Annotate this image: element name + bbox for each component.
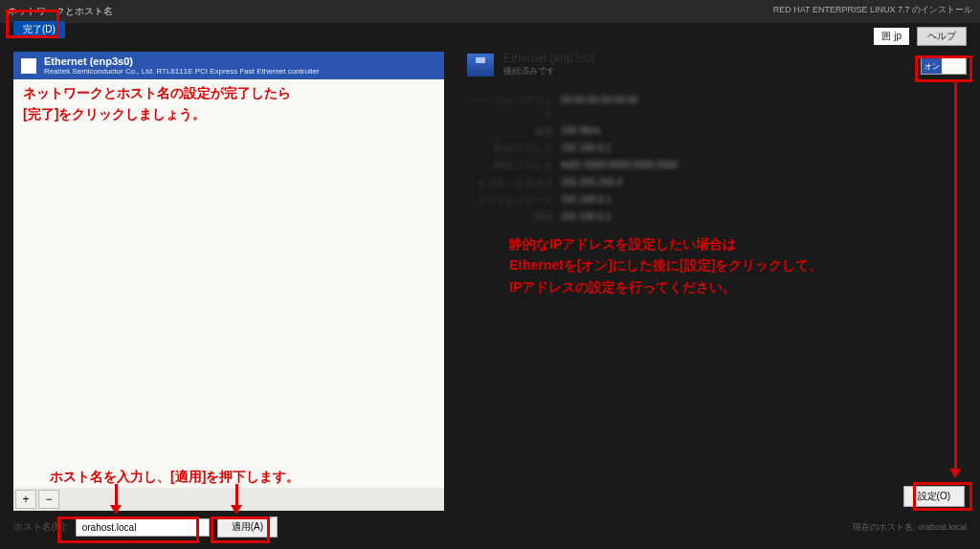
interface-list-panel: Ethernet (enp3s0) Realtek Semiconductor … (13, 52, 444, 511)
speed-label: 速度 (467, 125, 553, 139)
breadcrumb: ネットワークとホスト名 (8, 5, 113, 18)
product-label: RED HAT ENTERPRISE LINUX 7.7 のインストール (773, 4, 972, 16)
route-value: 192.168.0.1 (561, 194, 612, 208)
ethernet-icon (21, 58, 36, 74)
done-button[interactable]: 完了(D) (13, 21, 65, 38)
interface-title: Ethernet (enp3s0) (44, 55, 320, 67)
ipv4-label: IPv4 アドレス (467, 143, 553, 156)
interface-subtitle: Realtek Semiconductor Co., Ltd. RTL8111E… (44, 67, 320, 76)
annotation-arrow-toggle (954, 82, 957, 469)
ipv6-value: fe80::0000:0000:0000:0000 (561, 160, 678, 173)
subnet-label: サブネットマスク (467, 177, 553, 190)
ipv6-label: IPv6 アドレス (467, 160, 553, 173)
device-icon (467, 54, 494, 77)
dns-label: DNS (467, 211, 553, 222)
apply-button[interactable]: 適用(A) (217, 516, 278, 538)
current-hostname-label: 現在のホスト名: (853, 522, 916, 532)
dns-value: 192.168.0.1 (561, 211, 612, 222)
speed-value: 100 Mb/s (561, 125, 600, 139)
add-interface-button[interactable]: + (15, 490, 36, 509)
subnet-value: 255.255.255.0 (561, 177, 622, 190)
hostname-label: ホスト名(H): (13, 520, 68, 534)
annotation-arrow-host (115, 484, 118, 505)
toggle-on-label: オン (922, 58, 942, 74)
help-button[interactable]: ヘルプ (917, 27, 967, 46)
toggle-knob (942, 58, 966, 74)
language-selector[interactable]: 囲 jp (874, 28, 909, 45)
current-hostname-value: orahost.local (918, 522, 967, 532)
hostname-input[interactable] (76, 518, 210, 537)
hwaddr-label: ハードウェアアドレス (467, 95, 553, 121)
connection-toggle[interactable]: オン (921, 57, 967, 75)
configure-button[interactable]: 設定(O) (903, 486, 965, 507)
device-status: 接続済みです (503, 65, 595, 77)
ipv4-value: 192.168.0.1 (561, 143, 612, 156)
route-label: デフォルトルート (467, 194, 553, 208)
device-name: Ethernet (enp3s0) (503, 52, 595, 65)
interface-item-ethernet[interactable]: Ethernet (enp3s0) Realtek Semiconductor … (13, 52, 444, 79)
hwaddr-value: 00:00:00:00:00:00 (561, 95, 638, 121)
annotation-arrow-apply (235, 484, 238, 505)
remove-interface-button[interactable]: − (38, 490, 59, 509)
interface-details-panel: Ethernet (enp3s0) 接続済みです オン ハードウェアアドレス00… (467, 52, 967, 511)
